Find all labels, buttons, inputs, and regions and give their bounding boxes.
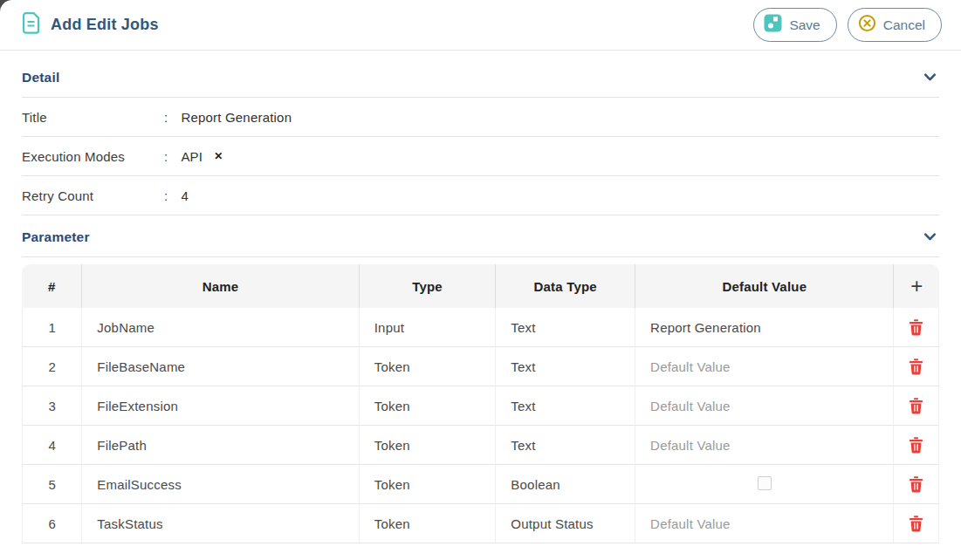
row-data-type-cell: Text bbox=[496, 426, 635, 465]
default-value-placeholder: Default Value bbox=[650, 516, 731, 531]
execution-modes-field-label: Execution Modes bbox=[22, 149, 164, 164]
chevron-down-icon bbox=[923, 234, 937, 247]
trash-icon bbox=[909, 325, 923, 338]
cancel-button[interactable]: Cancel bbox=[848, 8, 942, 42]
column-header-name: Name bbox=[82, 264, 359, 308]
row-type-cell: Input bbox=[360, 308, 497, 347]
row-index-cell: 6 bbox=[22, 504, 82, 543]
row-data-type-cell: Text bbox=[496, 386, 635, 426]
detail-collapse-toggle[interactable] bbox=[921, 68, 939, 86]
form-content: Detail Title : Report Generation Executi… bbox=[0, 51, 961, 543]
row-data-type-cell: Text bbox=[496, 308, 635, 347]
page-title-group: Add Edit Jobs bbox=[23, 12, 159, 38]
circle-x-icon bbox=[858, 14, 876, 36]
delete-row-button[interactable] bbox=[906, 317, 926, 338]
default-value-placeholder: Default Value bbox=[650, 399, 731, 413]
execution-mode-value: API bbox=[181, 149, 202, 164]
trash-icon bbox=[909, 443, 923, 456]
column-header-data-type: Data Type bbox=[496, 264, 635, 308]
title-field-row: Title : Report Generation bbox=[22, 98, 939, 137]
retry-count-field-value: 4 bbox=[181, 188, 189, 203]
row-name-cell: EmailSuccess bbox=[82, 465, 359, 504]
row-default-value-cell[interactable] bbox=[635, 465, 894, 504]
execution-mode-tag: API ✕ bbox=[181, 149, 224, 164]
row-data-type-cell: Boolean bbox=[496, 465, 635, 504]
delete-row-button[interactable] bbox=[906, 356, 926, 378]
title-field-label: Title bbox=[22, 110, 164, 125]
column-header-type: Type bbox=[360, 264, 497, 308]
row-data-type-cell: Text bbox=[496, 347, 635, 386]
trash-icon bbox=[909, 365, 923, 378]
row-name-cell: FileBaseName bbox=[82, 347, 359, 386]
table-row: 1 JobName Input Text Report Generation bbox=[22, 308, 939, 347]
default-value-placeholder: Default Value bbox=[650, 438, 731, 453]
row-name-cell: JobName bbox=[82, 308, 359, 347]
row-index-cell: 2 bbox=[22, 347, 82, 386]
floppy-disk-icon bbox=[764, 14, 782, 36]
row-actions-cell bbox=[894, 426, 939, 465]
colon-separator: : bbox=[164, 110, 168, 125]
column-header-default-value: Default Value bbox=[635, 264, 894, 308]
chevron-down-icon bbox=[923, 74, 937, 87]
row-index-cell: 4 bbox=[22, 426, 82, 465]
retry-count-field-row: Retry Count : 4 bbox=[22, 176, 939, 215]
detail-section-title: Detail bbox=[22, 70, 59, 85]
row-type-cell: Token bbox=[360, 426, 497, 465]
row-actions-cell bbox=[894, 308, 939, 347]
trash-icon bbox=[909, 522, 923, 535]
column-header-actions: + bbox=[894, 264, 939, 308]
save-button-label: Save bbox=[789, 17, 820, 33]
row-actions-cell bbox=[894, 347, 939, 386]
row-name-cell: TaskStatus bbox=[82, 504, 359, 543]
save-button[interactable]: Save bbox=[753, 8, 836, 42]
row-default-value-cell[interactable]: Report Generation bbox=[635, 308, 894, 347]
parameter-section-header: Parameter bbox=[22, 215, 939, 257]
row-index-cell: 3 bbox=[22, 386, 82, 426]
execution-modes-field-row: Execution Modes : API ✕ bbox=[22, 137, 939, 176]
delete-row-button[interactable] bbox=[906, 474, 926, 495]
default-value-placeholder: Default Value bbox=[650, 359, 731, 374]
header-bar: Add Edit Jobs Save bbox=[0, 0, 961, 51]
row-actions-cell bbox=[894, 504, 939, 543]
row-default-value-cell[interactable]: Default Value bbox=[635, 504, 894, 543]
default-value-text: Report Generation bbox=[650, 320, 761, 335]
row-actions-cell bbox=[894, 386, 939, 426]
column-header-index: # bbox=[22, 264, 82, 308]
row-type-cell: Token bbox=[360, 465, 497, 504]
table-row: 4 FilePath Token Text Default Value bbox=[22, 426, 939, 465]
table-row: 3 FileExtension Token Text Default Value bbox=[22, 386, 939, 426]
table-row: 2 FileBaseName Token Text Default Value bbox=[22, 347, 939, 386]
delete-row-button[interactable] bbox=[906, 513, 926, 535]
colon-separator: : bbox=[164, 149, 168, 164]
trash-icon bbox=[909, 404, 923, 417]
document-icon bbox=[23, 12, 41, 38]
retry-count-field-label: Retry Count bbox=[22, 188, 164, 203]
delete-row-button[interactable] bbox=[906, 434, 926, 456]
row-type-cell: Token bbox=[360, 504, 497, 543]
header-actions: Save Cancel bbox=[753, 8, 942, 42]
delete-row-button[interactable] bbox=[906, 395, 926, 417]
row-index-cell: 5 bbox=[22, 465, 82, 504]
row-type-cell: Token bbox=[360, 386, 497, 426]
cancel-button-label: Cancel bbox=[883, 17, 925, 33]
row-name-cell: FilePath bbox=[82, 426, 359, 465]
row-default-value-cell[interactable]: Default Value bbox=[635, 426, 894, 465]
parameter-table-header-row: # Name Type Data Type Default Value + bbox=[22, 264, 939, 308]
page-title: Add Edit Jobs bbox=[51, 16, 159, 34]
row-type-cell: Token bbox=[360, 347, 497, 386]
remove-execution-mode-icon[interactable]: ✕ bbox=[212, 151, 224, 161]
row-index-cell: 1 bbox=[22, 308, 82, 347]
add-parameter-button[interactable]: + bbox=[910, 276, 923, 297]
add-edit-jobs-panel: Add Edit Jobs Save bbox=[0, 0, 961, 560]
row-default-value-cell[interactable]: Default Value bbox=[635, 347, 894, 386]
trash-icon bbox=[909, 482, 923, 495]
parameter-section-title: Parameter bbox=[22, 229, 90, 245]
row-name-cell: FileExtension bbox=[82, 386, 359, 426]
parameter-table: # Name Type Data Type Default Value + 1 … bbox=[22, 264, 939, 543]
row-default-value-cell[interactable]: Default Value bbox=[635, 386, 894, 426]
table-row: 5 EmailSuccess Token Boolean bbox=[22, 465, 939, 504]
row-actions-cell bbox=[894, 465, 939, 504]
parameter-collapse-toggle[interactable] bbox=[921, 228, 939, 246]
boolean-default-checkbox[interactable] bbox=[758, 476, 772, 490]
table-row: 6 TaskStatus Token Output Status Default… bbox=[22, 504, 939, 543]
